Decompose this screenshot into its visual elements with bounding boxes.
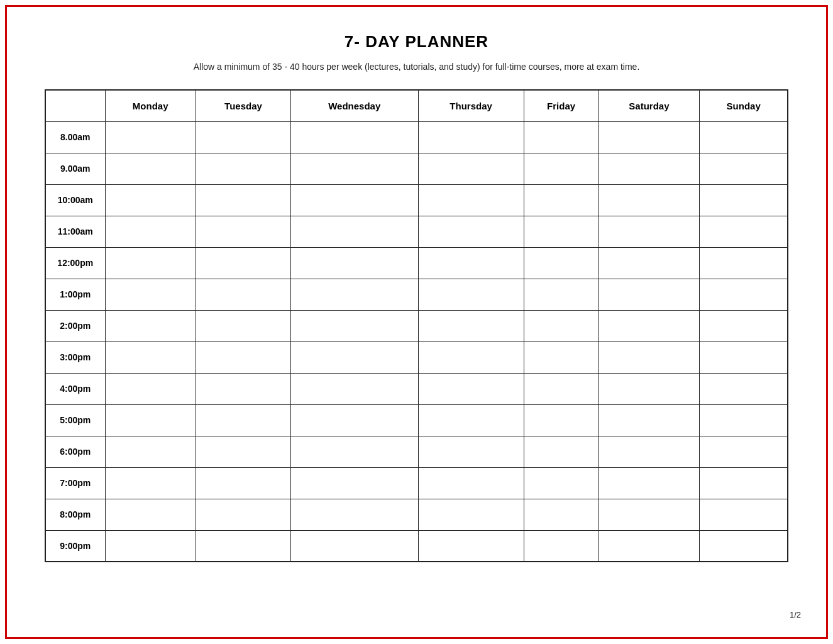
day-cell[interactable] [196, 404, 290, 436]
day-cell[interactable] [700, 530, 788, 562]
day-cell[interactable] [418, 279, 524, 310]
day-cell[interactable] [291, 184, 418, 216]
table-row: 2:00pm [45, 310, 788, 341]
day-cell[interactable] [599, 467, 700, 499]
day-cell[interactable] [524, 436, 599, 467]
day-cell[interactable] [105, 530, 196, 562]
day-cell[interactable] [700, 373, 788, 404]
day-cell[interactable] [524, 247, 599, 279]
day-cell[interactable] [291, 404, 418, 436]
day-cell[interactable] [700, 247, 788, 279]
day-cell[interactable] [291, 530, 418, 562]
day-cell[interactable] [700, 436, 788, 467]
day-cell[interactable] [700, 467, 788, 499]
day-cell[interactable] [524, 404, 599, 436]
day-cell[interactable] [105, 499, 196, 530]
day-cell[interactable] [291, 310, 418, 341]
day-cell[interactable] [524, 310, 599, 341]
day-cell[interactable] [418, 247, 524, 279]
day-cell[interactable] [524, 184, 599, 216]
day-cell[interactable] [418, 310, 524, 341]
day-cell[interactable] [599, 279, 700, 310]
day-cell[interactable] [291, 247, 418, 279]
day-cell[interactable] [524, 341, 599, 373]
day-cell[interactable] [599, 216, 700, 247]
day-cell[interactable] [196, 373, 290, 404]
day-cell[interactable] [291, 499, 418, 530]
header-monday: Monday [105, 90, 196, 121]
day-cell[interactable] [105, 216, 196, 247]
day-cell[interactable] [700, 153, 788, 184]
day-cell[interactable] [196, 216, 290, 247]
day-cell[interactable] [105, 184, 196, 216]
day-cell[interactable] [599, 184, 700, 216]
day-cell[interactable] [105, 279, 196, 310]
day-cell[interactable] [196, 279, 290, 310]
day-cell[interactable] [700, 499, 788, 530]
day-cell[interactable] [418, 121, 524, 153]
day-cell[interactable] [105, 341, 196, 373]
day-cell[interactable] [291, 436, 418, 467]
day-cell[interactable] [700, 341, 788, 373]
day-cell[interactable] [105, 121, 196, 153]
day-cell[interactable] [599, 499, 700, 530]
day-cell[interactable] [105, 404, 196, 436]
day-cell[interactable] [524, 467, 599, 499]
day-cell[interactable] [700, 404, 788, 436]
day-cell[interactable] [700, 184, 788, 216]
day-cell[interactable] [105, 310, 196, 341]
day-cell[interactable] [599, 310, 700, 341]
day-cell[interactable] [196, 121, 290, 153]
day-cell[interactable] [105, 247, 196, 279]
day-cell[interactable] [196, 499, 290, 530]
day-cell[interactable] [418, 153, 524, 184]
day-cell[interactable] [524, 153, 599, 184]
day-cell[interactable] [291, 153, 418, 184]
day-cell[interactable] [418, 404, 524, 436]
day-cell[interactable] [700, 216, 788, 247]
day-cell[interactable] [418, 341, 524, 373]
day-cell[interactable] [196, 310, 290, 341]
day-cell[interactable] [105, 153, 196, 184]
day-cell[interactable] [105, 467, 196, 499]
day-cell[interactable] [418, 436, 524, 467]
day-cell[interactable] [700, 310, 788, 341]
day-cell[interactable] [599, 404, 700, 436]
day-cell[interactable] [418, 467, 524, 499]
day-cell[interactable] [524, 279, 599, 310]
day-cell[interactable] [599, 436, 700, 467]
day-cell[interactable] [599, 247, 700, 279]
day-cell[interactable] [196, 184, 290, 216]
day-cell[interactable] [291, 467, 418, 499]
day-cell[interactable] [105, 373, 196, 404]
day-cell[interactable] [418, 499, 524, 530]
day-cell[interactable] [599, 530, 700, 562]
day-cell[interactable] [105, 436, 196, 467]
day-cell[interactable] [196, 436, 290, 467]
day-cell[interactable] [524, 373, 599, 404]
day-cell[interactable] [599, 153, 700, 184]
day-cell[interactable] [524, 530, 599, 562]
day-cell[interactable] [291, 279, 418, 310]
day-cell[interactable] [599, 373, 700, 404]
day-cell[interactable] [418, 373, 524, 404]
day-cell[interactable] [700, 121, 788, 153]
day-cell[interactable] [291, 216, 418, 247]
day-cell[interactable] [524, 121, 599, 153]
day-cell[interactable] [700, 279, 788, 310]
day-cell[interactable] [196, 153, 290, 184]
day-cell[interactable] [418, 530, 524, 562]
day-cell[interactable] [196, 341, 290, 373]
day-cell[interactable] [196, 467, 290, 499]
day-cell[interactable] [599, 341, 700, 373]
day-cell[interactable] [524, 216, 599, 247]
day-cell[interactable] [524, 499, 599, 530]
day-cell[interactable] [291, 121, 418, 153]
day-cell[interactable] [599, 121, 700, 153]
day-cell[interactable] [196, 247, 290, 279]
day-cell[interactable] [418, 184, 524, 216]
day-cell[interactable] [196, 530, 290, 562]
day-cell[interactable] [291, 373, 418, 404]
day-cell[interactable] [418, 216, 524, 247]
day-cell[interactable] [291, 341, 418, 373]
